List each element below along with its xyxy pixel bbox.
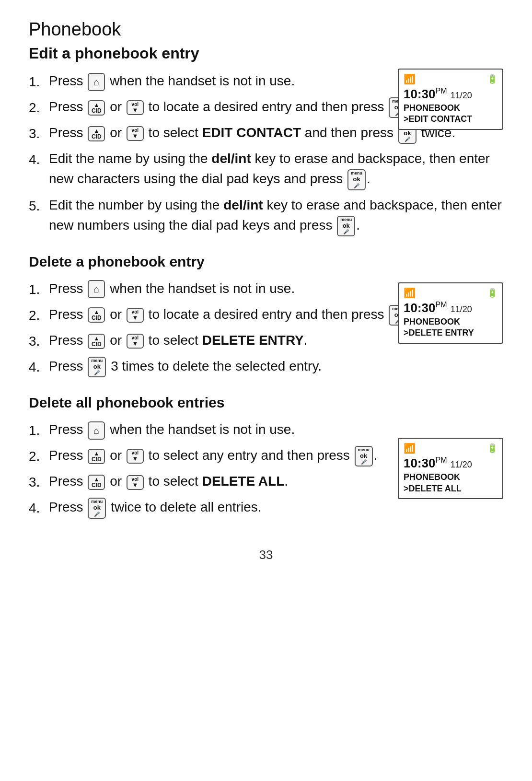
menu-icon-da4: menuok🎤: [88, 498, 106, 518]
cid-icon-d2: ▲CID: [88, 307, 105, 323]
battery-icon-delete: 🔋: [487, 288, 497, 298]
home-icon-e1: ⌂: [88, 73, 105, 91]
delete-all-label: DELETE ALL: [202, 474, 285, 489]
page-title: Phonebook: [29, 19, 503, 40]
menu-icon-e4: menuok🎤: [347, 169, 366, 190]
signal-icon-edit: 📶: [404, 73, 416, 85]
cid-icon-d3: ▲CID: [88, 334, 105, 349]
home-icon-da1: ⌂: [88, 421, 105, 440]
section-edit-heading: Edit a phonebook entry: [29, 45, 503, 62]
cid-icon-da2: ▲CID: [88, 449, 105, 464]
screen-line2-edit: >EDIT CONTACT: [404, 114, 497, 125]
screen-line1-deleteall: PHONEBOOK: [404, 472, 497, 483]
home-icon-d1: ⌂: [88, 280, 105, 298]
screen-time-deleteall: 10:30: [404, 456, 436, 470]
menu-icon-da2: menuok🎤: [355, 446, 373, 466]
screen-line1-delete: PHONEBOOK: [404, 316, 497, 327]
cid-icon-da3: ▲CID: [88, 475, 105, 490]
screen-time-delete: 10:30: [404, 301, 436, 315]
section-edit: Edit a phonebook entry Press ⌂ when the …: [29, 45, 503, 236]
edit-contact-label: EDIT CONTACT: [202, 125, 301, 140]
screen-date-deleteall: 11/20: [451, 460, 472, 469]
deleteall-step-4: Press menuok🎤 twice to delete all entrie…: [29, 497, 503, 518]
cid-icon-e3: ▲CID: [88, 126, 105, 141]
vol-icon-d2: vol▼: [127, 308, 144, 323]
battery-icon-deleteall: 🔋: [487, 443, 497, 454]
screen-pm-deleteall: PM: [436, 456, 447, 465]
screen-line2-delete: >DELETE ENTRY: [404, 327, 497, 338]
vol-icon-e2: vol▼: [127, 100, 144, 115]
screen-line1-edit: PHONEBOOK: [404, 103, 497, 114]
edit-step-4: Edit the name by using the del/int key t…: [29, 149, 503, 190]
section-delete-heading: Delete a phonebook entry: [29, 254, 503, 270]
page-container: Phonebook Edit a phonebook entry Press ⌂…: [29, 19, 503, 562]
signal-icon-delete: 📶: [404, 287, 416, 299]
screen-widget-deleteall: 📶 🔋 10:30PM 11/20 PHONEBOOK >DELETE ALL: [398, 438, 503, 499]
screen-time-edit: 10:30: [404, 87, 436, 101]
screen-pm-delete: PM: [436, 301, 447, 309]
section-delete: Delete a phonebook entry Press ⌂ when th…: [29, 254, 503, 377]
section-deleteall-heading: Delete all phonebook entries: [29, 395, 503, 411]
screen-widget-delete: 📶 🔋 10:30PM 11/20 PHONEBOOK >DELETE ENTR…: [398, 282, 503, 344]
vol-icon-d3: vol▼: [127, 334, 144, 349]
screen-date-edit: 11/20: [451, 91, 472, 100]
cid-icon-e2: ▲CID: [88, 100, 105, 116]
menu-icon-e5: menuok🎤: [337, 216, 355, 236]
vol-icon-da2: vol▼: [127, 449, 144, 464]
screen-line2-deleteall: >DELETE ALL: [404, 483, 497, 494]
vol-icon-e3: vol▼: [127, 126, 144, 141]
screen-date-delete: 11/20: [451, 304, 472, 314]
section-deleteall: Delete all phonebook entries Press ⌂ whe…: [29, 395, 503, 518]
battery-icon-edit: 🔋: [487, 74, 497, 84]
menu-icon-d4: menuok🎤: [88, 357, 106, 377]
edit-step-5: Edit the number by using the del/int key…: [29, 195, 503, 236]
vol-icon-da3: vol▼: [127, 475, 144, 490]
delete-step-4: Press menuok🎤 3 times to delete the sele…: [29, 356, 503, 377]
page-number: 33: [29, 548, 503, 562]
delete-entry-label: DELETE ENTRY: [202, 333, 304, 348]
screen-widget-edit: 📶 🔋 10:30PM 11/20 PHONEBOOK >EDIT CONTAC…: [398, 69, 503, 130]
screen-pm-edit: PM: [436, 87, 447, 95]
signal-icon-deleteall: 📶: [404, 443, 416, 454]
